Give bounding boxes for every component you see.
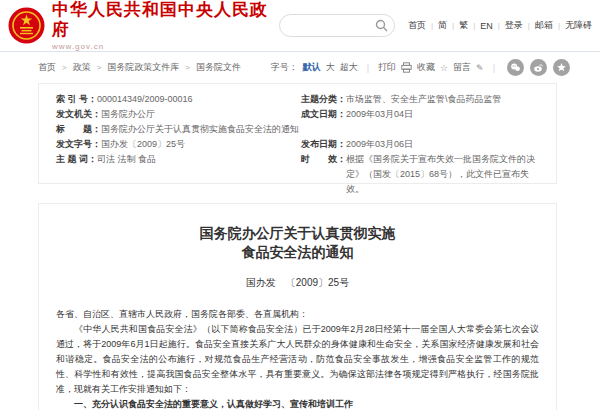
star-icon[interactable]: ☆ — [440, 63, 448, 73]
nav-link-home[interactable]: 首页 — [408, 19, 426, 32]
pencil-icon[interactable]: ✎ — [476, 63, 484, 73]
font-size-default-button[interactable]: 默认 — [303, 61, 321, 74]
meta-label: 标 题： — [56, 122, 101, 137]
meta-value: 2009年03月06日 — [346, 137, 544, 152]
meta-index-number: 索 引 号： 000014349/2009-00016 — [56, 92, 301, 107]
meta-validity: 时 效： 根据《国务院关于宣布失效一批国务院文件的决定》（国发〔2015〕68号… — [301, 152, 544, 197]
breadcrumb-separator: > — [185, 63, 190, 72]
document-section-heading: 一、充分认识食品安全法的重要意义，认真做好学习、宣传和培训工作 — [56, 397, 539, 410]
font-size-large-button[interactable]: 大 — [326, 61, 335, 74]
meta-value: 国务院办公厅关于认真贯彻实施食品安全法的通知 — [101, 122, 544, 137]
meta-label: 成文日期： — [301, 107, 346, 122]
breadcrumb-policy[interactable]: 政策 — [73, 61, 91, 74]
meta-keywords: 主 题 词： 司法 法制 食品 — [56, 152, 301, 197]
document-metadata-panel: 索 引 号： 000014349/2009-00016 主题分类： 市场监管、安… — [38, 83, 557, 184]
meta-label: 主 题 词： — [56, 152, 97, 167]
nav-separator: | — [558, 21, 560, 30]
wechat-share-icon[interactable] — [507, 59, 524, 76]
meta-value: 司法 法制 食品 — [97, 152, 301, 167]
top-nav: 首页 | 简 | 繁 | EN | 登录 | 邮箱 | 无障碍 — [408, 19, 592, 32]
document-title: 国务院办公厅关于认真贯彻实施 食品安全法的通知 — [56, 224, 539, 262]
nav-separator: | — [473, 21, 475, 30]
meta-label: 时 效： — [301, 152, 346, 167]
nav-separator: | — [431, 21, 433, 30]
search-icon[interactable] — [375, 19, 388, 32]
share-icons — [507, 59, 570, 76]
document-title-line1: 国务院办公厅关于认真贯彻实施 — [200, 226, 396, 241]
nav-link-mail[interactable]: 邮箱 — [535, 19, 553, 32]
meta-value: 国务院办公厅 — [101, 107, 301, 122]
toolbar: 字号： 默认 大 超大 | 打印 收藏 ☆ 留言 ✎ | — [271, 59, 570, 76]
meta-value: 国办发〔2009〕25号 — [101, 137, 301, 152]
meta-label: 发文字号： — [56, 137, 101, 152]
meta-publish-date: 发布日期： 2009年03月06日 — [301, 137, 544, 152]
breadcrumb-policy-library[interactable]: 国务院政策文件库 — [107, 61, 179, 74]
page: 中华人民共和国中央人民政府 www.gov.cn 首页 | 简 | 繁 | EN — [0, 0, 600, 410]
meta-label: 发文机关： — [56, 107, 101, 122]
qzone-share-icon[interactable] — [553, 59, 570, 76]
meta-issuing-agency: 发文机关： 国务院办公厅 — [56, 107, 301, 122]
nav-link-english[interactable]: EN — [480, 21, 493, 31]
document-title-line2: 食品安全法的通知 — [242, 245, 354, 260]
toolbar-separator: | — [367, 63, 369, 73]
nav-separator: | — [498, 21, 500, 30]
site-title[interactable]: 中华人民共和国中央人民政府 — [52, 0, 279, 40]
site-logo[interactable]: 中华人民共和国中央人民政府 www.gov.cn — [8, 0, 279, 51]
sub-bar: 首页 > 政策 > 国务院政策文件库 > 国务院文件 字号： 默认 大 超大 |… — [0, 52, 600, 83]
toolbar-separator: | — [493, 63, 495, 73]
printer-icon[interactable] — [401, 62, 412, 73]
nav-link-login[interactable]: 登录 — [505, 19, 523, 32]
weibo-share-icon[interactable] — [530, 59, 547, 76]
meta-document-title: 标 题： 国务院办公厅关于认真贯彻实施食品安全法的通知 — [56, 122, 544, 137]
breadcrumb-separator: > — [97, 63, 102, 72]
comment-button[interactable]: 留言 — [453, 61, 471, 74]
breadcrumb-state-council-documents[interactable]: 国务院文件 — [196, 61, 241, 74]
font-size-label: 字号： — [271, 61, 298, 74]
document-body: 各省、自治区、直辖市人民政府，国务院各部委、各直属机构： 《中华人民共和国食品安… — [56, 307, 539, 410]
nav-link-simplified-chinese[interactable]: 简 — [438, 19, 447, 32]
header-right: 首页 | 简 | 繁 | EN | 登录 | 邮箱 | 无障碍 — [279, 14, 594, 37]
meta-document-number: 发文字号： 国办发〔2009〕25号 — [56, 137, 301, 152]
meta-subject-category: 主题分类： 市场监管、安全生产监管\食品药品监管 — [301, 92, 544, 107]
document-paragraph: 《中华人民共和国食品安全法》（以下简称食品安全法）已于2009年2月28日经第十… — [56, 322, 539, 397]
document-salutation: 各省、自治区、直辖市人民政府，国务院各部委、各直属机构： — [56, 307, 539, 322]
meta-value: 市场监管、安全生产监管\食品药品监管 — [346, 92, 544, 107]
meta-label: 发布日期： — [301, 137, 346, 152]
nav-separator: | — [528, 21, 530, 30]
nav-link-accessibility[interactable]: 无障碍 — [565, 19, 592, 32]
metadata-grid: 索 引 号： 000014349/2009-00016 主题分类： 市场监管、安… — [56, 92, 544, 197]
breadcrumb: 首页 > 政策 > 国务院政策文件库 > 国务院文件 — [38, 61, 241, 74]
favorite-button[interactable]: 收藏 — [417, 61, 435, 74]
breadcrumb-home[interactable]: 首页 — [38, 61, 56, 74]
national-emblem-icon — [8, 7, 45, 44]
font-size-xlarge-button[interactable]: 超大 — [340, 61, 358, 74]
document-content-panel: 国务院办公厅关于认真贯彻实施 食品安全法的通知 国办发 〔2009〕25号 各省… — [38, 203, 557, 410]
search-box[interactable] — [279, 14, 395, 37]
meta-value: 2009年03月04日 — [346, 107, 544, 122]
print-button[interactable]: 打印 — [378, 61, 396, 74]
meta-label: 主题分类： — [301, 92, 346, 107]
meta-label: 索 引 号： — [56, 92, 97, 107]
breadcrumb-separator: > — [62, 63, 67, 72]
document-number: 国办发 〔2009〕25号 — [56, 276, 539, 290]
site-url: www.gov.cn — [52, 42, 279, 51]
nav-separator: | — [452, 21, 454, 30]
brand-text: 中华人民共和国中央人民政府 www.gov.cn — [52, 0, 279, 51]
site-header: 中华人民共和国中央人民政府 www.gov.cn 首页 | 简 | 繁 | EN — [0, 0, 600, 52]
nav-link-traditional-chinese[interactable]: 繁 — [459, 19, 468, 32]
meta-value: 根据《国务院关于宣布失效一批国务院文件的决定》（国发〔2015〕68号），此文件… — [346, 152, 544, 197]
meta-written-date: 成文日期： 2009年03月04日 — [301, 107, 544, 122]
meta-value: 000014349/2009-00016 — [97, 92, 301, 107]
